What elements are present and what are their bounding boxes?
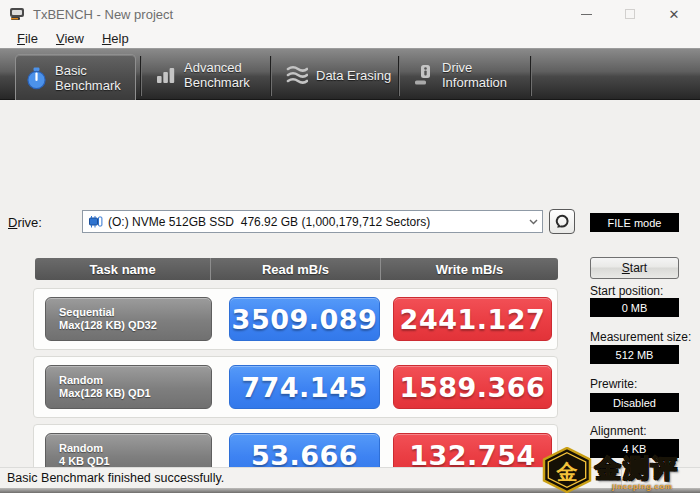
measurement-size-label: Measurement size: (590, 330, 691, 344)
start-position-label: Start position: (590, 284, 663, 298)
title-bar: TxBENCH - New project ✕ (0, 0, 700, 28)
tab-advanced-benchmark[interactable]: Advanced Benchmark (146, 50, 268, 100)
col-task-name: Task name (35, 258, 210, 280)
menu-bar: File View Help (0, 28, 700, 48)
close-button[interactable]: ✕ (652, 0, 696, 28)
minimize-button[interactable] (564, 0, 608, 28)
tab-label: Basic Benchmark (55, 63, 121, 93)
prewrite-label: Prewrite: (590, 377, 637, 391)
toolbar-separator (140, 56, 142, 96)
status-text: Basic Benchmark finished successfully. (7, 471, 224, 485)
tab-label: Data Erasing (316, 68, 391, 83)
col-read: Read mB/s (210, 258, 380, 280)
drive-selected-value: (O:) NVMe 512GB SSD 476.92 GB (1,000,179… (108, 215, 430, 229)
drive-chip-icon (88, 215, 103, 228)
menu-help[interactable]: Help (93, 30, 138, 47)
alignment-label: Alignment: (590, 424, 647, 438)
status-bar: Basic Benchmark finished successfully. (0, 467, 700, 488)
task-name: Random Max(128 KB) QD1 (46, 374, 151, 400)
read-value: 3509.089 (229, 297, 380, 341)
app-icon (9, 6, 25, 22)
measurement-size-value[interactable]: 512 MB (590, 345, 679, 364)
maximize-button[interactable] (608, 0, 652, 28)
toolbar-separator (398, 56, 400, 96)
stopwatch-icon (26, 67, 47, 90)
file-mode-button[interactable]: FILE mode (590, 213, 679, 232)
close-icon: ✕ (669, 8, 680, 21)
tab-data-erasing[interactable]: Data Erasing (276, 50, 396, 100)
col-write: Write mB/s (380, 258, 558, 280)
drive-label: Drive: (8, 215, 42, 230)
eraser-waves-icon (286, 65, 308, 85)
start-position-value[interactable]: 0 MB (590, 298, 679, 317)
prewrite-value[interactable]: Disabled (590, 393, 679, 412)
task-button[interactable]: Random Max(128 KB) QD1 (45, 365, 212, 409)
window-bottom-edge (0, 488, 700, 493)
read-value: 774.145 (229, 365, 380, 409)
tab-label: Drive Information (442, 60, 507, 90)
tab-label: Advanced Benchmark (184, 60, 250, 90)
tab-basic-benchmark[interactable]: Basic Benchmark (15, 54, 136, 101)
txbench-window: TxBENCH - New project ✕ File View Help B… (0, 0, 700, 493)
drive-select[interactable]: (O:) NVMe 512GB SSD 476.92 GB (1,000,179… (82, 210, 543, 233)
menu-view[interactable]: View (47, 30, 93, 47)
write-value: 1589.366 (393, 365, 552, 409)
alignment-value[interactable]: 4 KB (590, 439, 679, 458)
window-title: TxBENCH - New project (33, 7, 173, 22)
menu-file[interactable]: File (8, 30, 47, 47)
table-header: Task name Read mB/s Write mB/s (35, 258, 558, 280)
task-name: Sequential Max(128 KB) QD32 (46, 306, 157, 332)
task-name: Random 4 KB QD1 (46, 442, 110, 468)
task-button[interactable]: Sequential Max(128 KB) QD32 (45, 297, 212, 341)
maximize-icon (625, 9, 635, 19)
chevron-down-icon[interactable] (524, 211, 542, 232)
toolbar-separator (270, 56, 272, 96)
main-content: Drive: (O:) NVMe 512GB SSD 476.92 GB (1,… (0, 100, 700, 467)
start-button[interactable]: Start (590, 257, 679, 279)
toolbar-separator (530, 56, 532, 96)
refresh-drives-button[interactable] (549, 209, 575, 234)
minimize-icon (581, 14, 592, 15)
bar-chart-icon (156, 65, 176, 85)
refresh-icon (555, 214, 570, 229)
drive-info-icon (414, 64, 434, 86)
write-value: 2441.127 (393, 297, 552, 341)
tab-drive-information[interactable]: Drive Information (404, 50, 528, 100)
table-row: Sequential Max(128 KB) QD32 3509.089 244… (33, 288, 558, 350)
table-row: Random Max(128 KB) QD1 774.145 1589.366 (33, 356, 558, 418)
toolbar: Basic Benchmark Advanced Benchmark Data … (0, 48, 700, 100)
status-bar-divider (621, 470, 622, 485)
